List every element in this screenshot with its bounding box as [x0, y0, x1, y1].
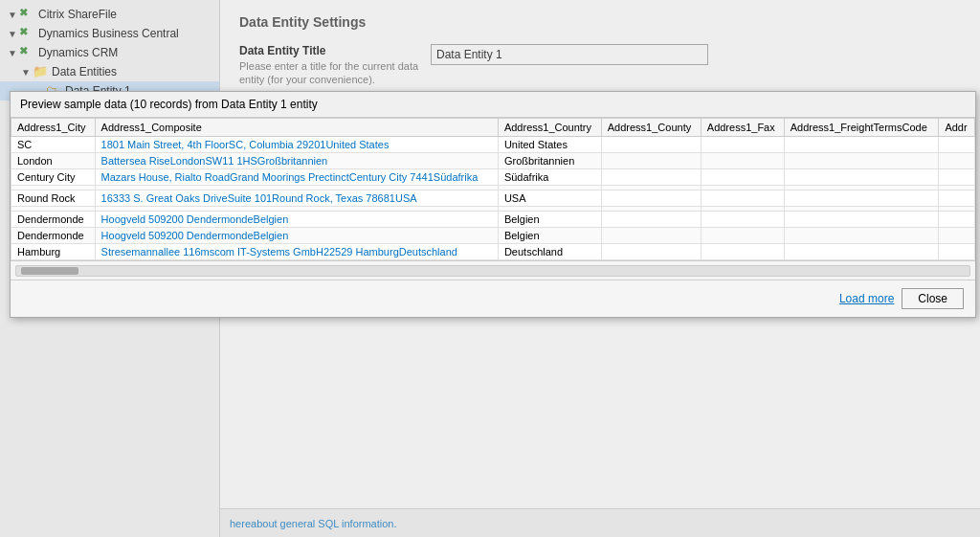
cell-freight: [784, 228, 939, 244]
table-body: SC 1801 Main Street, 4th FloorSC, Columb…: [11, 137, 975, 260]
cell-country: Südafrika: [498, 169, 601, 186]
cell-country: United States: [498, 137, 601, 153]
cell-fax: [701, 169, 784, 186]
cell-county: [601, 228, 701, 244]
cell-country: Belgien: [498, 228, 601, 244]
cell-country: Belgien: [498, 212, 601, 228]
cell-freight: [784, 153, 939, 169]
cell-composite: Mazars House, Rialto RoadGrand Moorings …: [95, 169, 498, 186]
cell-city: Hamburg: [11, 244, 96, 260]
modal-footer: Load more Close: [11, 280, 975, 317]
cell-country: Großbritannien: [498, 153, 601, 169]
preview-modal: Preview sample data (10 records) from Da…: [10, 91, 976, 318]
modal-body: Address1_City Address1_Composite Address…: [11, 118, 975, 280]
data-table-container[interactable]: Address1_City Address1_Composite Address…: [11, 118, 975, 260]
cell-county: [601, 244, 701, 260]
cell-city: Dendermonde: [11, 212, 96, 228]
cell-freight: [784, 244, 939, 260]
composite-link[interactable]: Stresemannallee 116mscom IT-Systems GmbH…: [101, 246, 457, 257]
cell-composite: 16333 S. Great Oaks DriveSuite 101Round …: [95, 190, 498, 207]
col-addr: Addr: [939, 119, 975, 137]
cell-city: Round Rock: [11, 190, 96, 207]
table-header-row: Address1_City Address1_Composite Address…: [11, 119, 975, 137]
cell-freight: [784, 169, 939, 186]
cell-fax: [701, 137, 784, 153]
modal-header: Preview sample data (10 records) from Da…: [11, 92, 975, 118]
cell-freight: [784, 212, 939, 228]
cell-composite: 1801 Main Street, 4th FloorSC, Columbia …: [95, 137, 498, 153]
cell-addr: [939, 244, 975, 260]
cell-fax: [701, 228, 784, 244]
cell-country: USA: [498, 190, 601, 207]
composite-link[interactable]: 1801 Main Street, 4th FloorSC, Columbia …: [101, 139, 390, 150]
cell-addr: [939, 137, 975, 153]
cell-fax: [701, 244, 784, 260]
cell-addr: [939, 190, 975, 207]
cell-addr: [939, 212, 975, 228]
cell-composite: Battersea RiseLondonSW11 1HSGroßbritanni…: [95, 153, 498, 169]
table-row: London Battersea RiseLondonSW11 1HSGroßb…: [11, 153, 975, 169]
modal-overlay: Preview sample data (10 records) from Da…: [0, 0, 980, 537]
cell-fax: [701, 190, 784, 207]
cell-addr: [939, 169, 975, 186]
col-city: Address1_City: [11, 119, 96, 137]
close-button[interactable]: Close: [902, 288, 964, 309]
cell-county: [601, 190, 701, 207]
table-row: SC 1801 Main Street, 4th FloorSC, Columb…: [11, 137, 975, 153]
composite-link[interactable]: Mazars House, Rialto RoadGrand Moorings …: [101, 171, 479, 183]
cell-addr: [939, 228, 975, 244]
scrollbar-area[interactable]: [11, 260, 975, 280]
col-county: Address1_County: [601, 119, 701, 137]
cell-city: London: [11, 153, 96, 169]
cell-city: SC: [11, 137, 96, 153]
table-row: Dendermonde Hoogveld 509200 DendermondeB…: [11, 228, 975, 244]
col-composite: Address1_Composite: [95, 119, 498, 137]
cell-county: [601, 137, 701, 153]
table-row: Hamburg Stresemannallee 116mscom IT-Syst…: [11, 244, 975, 260]
cell-fax: [701, 212, 784, 228]
cell-county: [601, 212, 701, 228]
cell-fax: [701, 153, 784, 169]
cell-freight: [784, 137, 939, 153]
scrollbar-thumb[interactable]: [21, 267, 78, 275]
col-country: Address1_Country: [498, 119, 601, 137]
scrollbar-track[interactable]: [15, 265, 970, 277]
load-more-button[interactable]: Load more: [839, 292, 894, 305]
composite-link[interactable]: Hoogveld 509200 DendermondeBelgien: [101, 213, 289, 225]
table-row: Dendermonde Hoogveld 509200 DendermondeB…: [11, 212, 975, 228]
col-fax: Address1_Fax: [701, 119, 784, 137]
cell-freight: [784, 190, 939, 207]
col-freight: Address1_FreightTermsCode: [784, 119, 939, 137]
composite-link[interactable]: 16333 S. Great Oaks DriveSuite 101Round …: [101, 192, 417, 204]
cell-country: Deutschland: [498, 244, 601, 260]
table-row: Round Rock 16333 S. Great Oaks DriveSuit…: [11, 190, 975, 207]
table-row: Century City Mazars House, Rialto RoadGr…: [11, 169, 975, 186]
cell-city: Dendermonde: [11, 228, 96, 244]
cell-composite: Hoogveld 509200 DendermondeBelgien: [95, 228, 498, 244]
cell-composite: Hoogveld 509200 DendermondeBelgien: [95, 212, 498, 228]
cell-addr: [939, 153, 975, 169]
composite-link[interactable]: Battersea RiseLondonSW11 1HSGroßbritanni…: [101, 155, 328, 167]
cell-county: [601, 153, 701, 169]
composite-link[interactable]: Hoogveld 509200 DendermondeBelgien: [101, 230, 289, 241]
preview-table: Address1_City Address1_Composite Address…: [11, 118, 975, 260]
cell-city: Century City: [11, 169, 96, 186]
cell-composite: Stresemannallee 116mscom IT-Systems GmbH…: [95, 244, 498, 260]
cell-county: [601, 169, 701, 186]
